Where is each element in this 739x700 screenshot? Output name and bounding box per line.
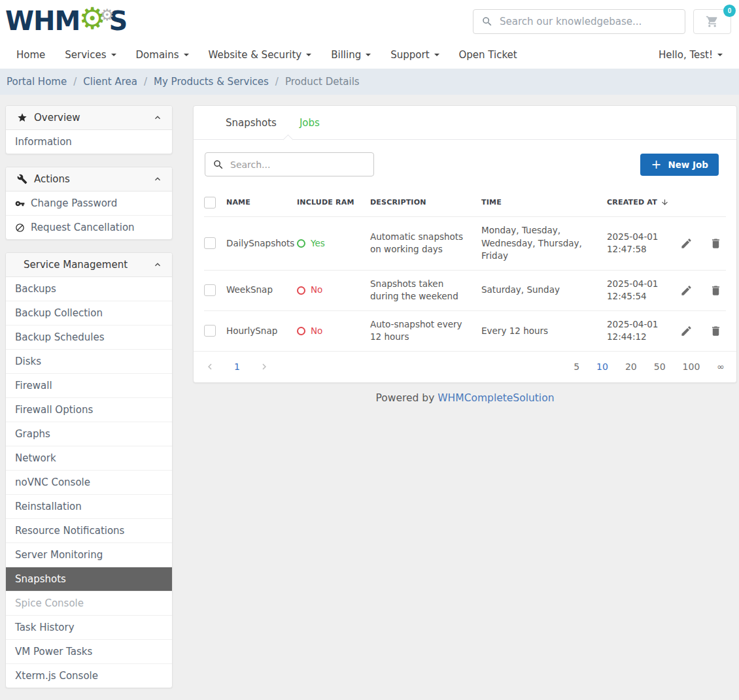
caret-down-icon: [306, 54, 311, 56]
jobs-table: NAME INCLUDE RAM DESCRIPTION TIME CREATE…: [194, 188, 736, 351]
sidebar-item-firewall[interactable]: Firewall: [6, 373, 172, 397]
breadcrumb-current: Product Details: [285, 76, 360, 88]
nav-label: Home: [16, 49, 45, 61]
gear-small-icon: ⚙: [100, 0, 114, 31]
sidebar-item-spice-console[interactable]: Spice Console: [6, 591, 172, 615]
table-row: DailySnapshots Yes Automatic snapshots o…: [204, 217, 726, 271]
sidebar-item-firewall-options[interactable]: Firewall Options: [6, 397, 172, 422]
sidebar-item-information[interactable]: Information: [6, 130, 172, 154]
sidebar-item-disks[interactable]: Disks: [6, 349, 172, 373]
job-name: DailySnapshots: [226, 237, 297, 250]
sidebar-item-graphs[interactable]: Graphs: [6, 422, 172, 446]
page-number-1[interactable]: 1: [230, 361, 244, 372]
service-management-panel-header[interactable]: Service Management: [6, 253, 172, 277]
column-header-created-at-label: CREATED AT: [607, 198, 657, 207]
sidebar-item-novnc-console[interactable]: noVNC Console: [6, 470, 172, 494]
prev-page-button[interactable]: [204, 361, 216, 373]
breadcrumb-client-area[interactable]: Client Area: [83, 76, 137, 88]
edit-button[interactable]: [680, 284, 693, 297]
sidebar-item-label: Backup Collection: [15, 307, 103, 319]
sidebar-item-backups[interactable]: Backups: [6, 277, 172, 301]
edit-button[interactable]: [680, 325, 693, 337]
knowledgebase-search-input[interactable]: [500, 16, 677, 27]
row-checkbox[interactable]: [204, 237, 216, 249]
sidebar-item-server-monitoring[interactable]: Server Monitoring: [6, 542, 172, 567]
chevron-up-icon: [152, 112, 163, 123]
caret-down-icon: [366, 54, 371, 56]
sidebar-item-change-password[interactable]: Change Password: [6, 192, 172, 215]
job-description: Auto-snapshot every 12 hours: [370, 318, 481, 344]
sidebar-item-vm-power-tasks[interactable]: VM Power Tasks: [6, 639, 172, 663]
tab-jobs[interactable]: Jobs: [300, 106, 320, 139]
breadcrumb-my-products[interactable]: My Products & Services: [154, 76, 269, 88]
sidebar-item-snapshots[interactable]: Snapshots: [6, 567, 172, 591]
page-size-10[interactable]: 10: [596, 361, 608, 372]
sidebar-item-label: Firewall Options: [15, 404, 93, 416]
column-header-time[interactable]: TIME: [481, 198, 607, 207]
row-checkbox[interactable]: [204, 325, 216, 337]
jobs-toolbar: + New Job: [194, 140, 736, 188]
ban-icon: [15, 223, 25, 233]
nav-item-website-security[interactable]: Website & Security: [209, 49, 312, 61]
column-header-include-ram[interactable]: INCLUDE RAM: [297, 198, 370, 207]
nav-item-domains[interactable]: Domains: [136, 49, 189, 61]
plus-icon: +: [651, 158, 661, 171]
pencil-icon: [680, 325, 693, 337]
sidebar-item-label: Information: [15, 136, 72, 148]
sidebar-item-label: Snapshots: [15, 573, 66, 585]
snapshots-jobs-card: Snapshots Jobs + New Job NAME INCLU: [193, 105, 737, 383]
cart-icon: [706, 15, 719, 28]
sidebar-item-backup-collection[interactable]: Backup Collection: [6, 301, 172, 325]
actions-panel-header[interactable]: Actions: [6, 167, 172, 192]
delete-button[interactable]: [710, 284, 722, 297]
nav-item-open-ticket[interactable]: Open Ticket: [459, 49, 517, 61]
chevron-up-icon: [152, 174, 163, 184]
select-all-checkbox[interactable]: [204, 197, 216, 208]
sidebar-item-network[interactable]: Network: [6, 446, 172, 470]
whmcs-logo[interactable]: WHM ⚙ ⚙ S: [5, 5, 127, 37]
column-header-description[interactable]: DESCRIPTION: [370, 198, 481, 207]
sidebar-item-label: Xterm.js Console: [15, 670, 98, 682]
tab-snapshots[interactable]: Snapshots: [226, 106, 277, 139]
overview-panel-header[interactable]: Overview: [6, 106, 172, 130]
breadcrumb-portal-home[interactable]: Portal Home: [7, 76, 67, 88]
sidebar-item-task-history[interactable]: Task History: [6, 615, 172, 639]
sidebar-item-xterm-console[interactable]: Xterm.js Console: [6, 663, 172, 688]
top-header: WHM ⚙ ⚙ S 0: [0, 0, 739, 41]
nav-item-services[interactable]: Services: [65, 49, 116, 61]
column-header-name[interactable]: NAME: [226, 198, 297, 207]
page-size-5[interactable]: 5: [574, 361, 579, 372]
jobs-search: [205, 152, 374, 176]
sidebar-item-resource-notifications[interactable]: Resource Notifications: [6, 518, 172, 542]
delete-button[interactable]: [710, 237, 722, 250]
row-checkbox[interactable]: [204, 284, 216, 296]
status-ring-icon: [297, 239, 305, 248]
content-area: Overview Information Actions Change Pass…: [0, 95, 739, 700]
trash-icon: [710, 325, 722, 337]
cart-button[interactable]: 0: [693, 9, 731, 34]
edit-button[interactable]: [680, 237, 693, 250]
sidebar-item-backup-schedules[interactable]: Backup Schedules: [6, 325, 172, 349]
whmcompletesolution-link[interactable]: WHMCompleteSolution: [438, 392, 554, 404]
delete-button[interactable]: [710, 325, 722, 337]
sidebar-item-request-cancellation[interactable]: Request Cancellation: [6, 215, 172, 239]
nav-item-home[interactable]: Home: [16, 49, 45, 61]
sidebar-item-label: Reinstallation: [15, 501, 82, 512]
nav-item-billing[interactable]: Billing: [331, 49, 371, 61]
overview-panel-list: Information: [6, 130, 172, 154]
column-header-created-at[interactable]: CREATED AT: [607, 198, 680, 207]
nav-item-support[interactable]: Support: [390, 49, 439, 61]
nav-list: Home Services Domains Website & Security…: [16, 49, 517, 61]
jobs-search-input[interactable]: [230, 159, 366, 170]
new-job-button[interactable]: + New Job: [640, 154, 719, 176]
user-menu[interactable]: Hello, Test!: [659, 49, 723, 61]
page-size-unlimited[interactable]: ∞: [717, 361, 725, 372]
next-page-button[interactable]: [258, 361, 270, 373]
sidebar-item-reinstallation[interactable]: Reinstallation: [6, 494, 172, 518]
caret-down-icon: [434, 54, 439, 56]
page-size-50[interactable]: 50: [654, 361, 666, 372]
sidebar: Overview Information Actions Change Pass…: [5, 105, 173, 700]
page-size-100[interactable]: 100: [683, 361, 700, 372]
page-size-20[interactable]: 20: [625, 361, 637, 372]
sidebar-item-label: Task History: [15, 622, 75, 633]
